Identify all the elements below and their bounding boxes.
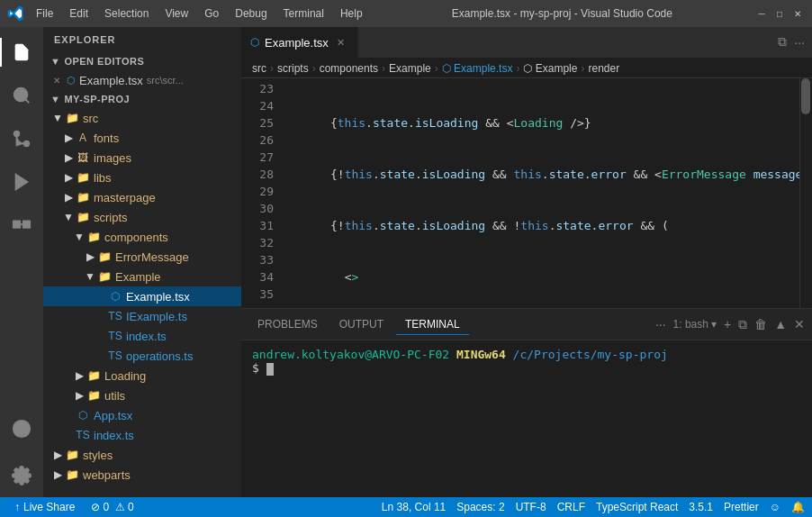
menu-go[interactable]: Go	[197, 5, 226, 22]
open-editor-item[interactable]: ✕ ⬡ Example.tsx src\scr...	[43, 70, 241, 90]
breadcrumb-example-tsx[interactable]: ⬡ Example.tsx	[442, 62, 513, 75]
tree-item-components[interactable]: ▼ 📁 components	[43, 227, 241, 247]
warning-num: 0	[128, 501, 134, 513]
menu-edit[interactable]: Edit	[62, 5, 95, 22]
language-mode[interactable]: TypeScript React	[596, 501, 678, 513]
breadcrumb-src[interactable]: src	[252, 62, 266, 75]
close-editor-icon[interactable]: ✕	[50, 76, 63, 86]
feedback-icon[interactable]: ☺	[770, 501, 780, 513]
menu-terminal[interactable]: Terminal	[276, 5, 331, 22]
main-area: Explorer ▼ Open Editors ✕ ⬡ Example.tsx …	[0, 27, 812, 497]
live-share-icon: ↑	[14, 501, 20, 513]
menu-view[interactable]: View	[158, 5, 195, 22]
minimize-button[interactable]: ─	[754, 6, 769, 21]
menu-selection[interactable]: Selection	[97, 5, 156, 22]
tree-item-app-tsx[interactable]: ⬡ App.tsx	[43, 405, 241, 425]
error-num: 0	[103, 501, 109, 513]
live-share-button[interactable]: ↑ Live Share	[7, 497, 82, 517]
tree-item-styles[interactable]: ▶ 📁 styles	[43, 445, 241, 465]
tree-item-errormessage[interactable]: ▶ 📁 ErrorMessage	[43, 247, 241, 267]
line-numbers: 23 24 25 26 27 28 29 30 31 32 33 34 35	[241, 78, 281, 308]
tree-item-scripts[interactable]: ▼ 📁 scripts	[43, 207, 241, 227]
tree-item-iexample-ts[interactable]: TS IExample.ts	[43, 306, 241, 326]
tree-item-libs[interactable]: ▶ 📁 libs	[43, 168, 241, 187]
tab-output[interactable]: OUTPUT	[330, 314, 392, 334]
close-terminal-button[interactable]: ✕	[794, 317, 805, 331]
tree-item-index-ts-root[interactable]: TS index.ts	[43, 425, 241, 445]
terminal-tab-bar: PROBLEMS OUTPUT TERMINAL ··· 1: bash ▾ +…	[241, 309, 812, 340]
ts-icon: TS	[108, 329, 122, 343]
tree-item-webparts[interactable]: ▶ 📁 webparts	[43, 465, 241, 485]
menu-file[interactable]: File	[29, 5, 60, 22]
add-terminal-button[interactable]: +	[724, 317, 731, 331]
tree-item-masterpage[interactable]: ▶ 📁 masterpage	[43, 187, 241, 207]
error-count[interactable]: ⊘ 0 ⚠ 0	[91, 501, 133, 513]
maximize-button[interactable]: □	[772, 6, 787, 21]
kill-terminal-button[interactable]: 🗑	[754, 317, 767, 331]
menu-debug[interactable]: Debug	[228, 5, 274, 22]
formatter[interactable]: Prettier	[724, 501, 759, 513]
tab-close-button[interactable]: ✕	[334, 37, 348, 49]
close-button[interactable]: ✕	[790, 6, 805, 21]
breadcrumb-sep4: ›	[435, 62, 438, 75]
breadcrumb-example-class[interactable]: ⬡ Example	[523, 62, 577, 75]
tree-item-src[interactable]: ▼ 📁 src	[43, 108, 241, 128]
more-actions-button[interactable]: ···	[794, 27, 805, 58]
tree-item-images[interactable]: ▶ 🖼 images	[43, 148, 241, 168]
terminal-more-icon[interactable]: ···	[655, 317, 666, 331]
gear-icon	[12, 466, 32, 485]
activity-git[interactable]	[0, 117, 43, 160]
folder-closed-arrow-icon: ▶	[61, 190, 76, 204]
maximize-terminal-button[interactable]: ▲	[774, 317, 787, 331]
project-section[interactable]: ▼ MY-SP-PROJ	[43, 90, 241, 108]
code-editor[interactable]: 23 24 25 26 27 28 29 30 31 32 33 34 35 {…	[241, 78, 812, 308]
editor-tab-example[interactable]: ⬡ Example.tsx ✕	[241, 27, 358, 58]
terminal-content[interactable]: andrew.koltyakov@ARVO-PC-F02 MINGw64 /c/…	[241, 340, 812, 497]
breadcrumb-render[interactable]: render	[588, 62, 619, 75]
activity-remote[interactable]	[0, 407, 43, 450]
no-arrow	[94, 349, 108, 363]
encoding[interactable]: UTF-8	[516, 501, 546, 513]
split-editor-button[interactable]: ⧉	[778, 27, 787, 58]
activity-extensions[interactable]	[0, 204, 43, 247]
tree-item-example-tsx[interactable]: ⬡ Example.tsx	[43, 286, 241, 306]
svg-point-3	[14, 132, 20, 137]
breadcrumb-components[interactable]: components	[320, 62, 378, 75]
menu-bar: File Edit Selection View Go Debug Termin…	[29, 5, 370, 22]
tree-item-utils[interactable]: ▶ 📁 utils	[43, 385, 241, 405]
menu-help[interactable]: Help	[333, 5, 370, 22]
tree-label-example-tsx: Example.tsx	[126, 290, 190, 304]
tree-label-fonts: fonts	[94, 132, 119, 145]
scrollbar-thumb[interactable]	[801, 78, 810, 114]
line-ending[interactable]: CRLF	[557, 501, 585, 513]
tree-item-fonts[interactable]: ▶ A fonts	[43, 128, 241, 148]
activity-bar	[0, 27, 43, 497]
tree-item-loading[interactable]: ▶ 📁 Loading	[43, 366, 241, 385]
terminal-select[interactable]: 1: bash ▾	[673, 318, 717, 331]
activity-debug[interactable]	[0, 160, 43, 204]
open-editors-section[interactable]: ▼ Open Editors	[43, 52, 241, 70]
tree-item-example-folder[interactable]: ▼ 📁 Example	[43, 267, 241, 286]
activity-search[interactable]	[0, 74, 43, 117]
tab-terminal[interactable]: TERMINAL	[396, 314, 469, 335]
terminal-mingw: MINGw64	[456, 348, 506, 361]
notification-bell[interactable]: 🔔	[791, 501, 805, 513]
indentation[interactable]: Spaces: 2	[456, 501, 504, 513]
tsx-icon: ⬡	[76, 408, 90, 422]
tree-label-masterpage: masterpage	[94, 191, 156, 204]
typescript-version[interactable]: 3.5.1	[689, 501, 713, 513]
tree-item-operations-ts[interactable]: TS operations.ts	[43, 346, 241, 366]
search-icon	[12, 86, 32, 105]
tree-item-index-ts[interactable]: TS index.ts	[43, 326, 241, 346]
activity-settings[interactable]	[0, 454, 43, 497]
activity-explorer[interactable]	[0, 31, 43, 74]
breadcrumb-scripts[interactable]: scripts	[277, 62, 309, 75]
files-icon	[12, 42, 32, 62]
tree-label-src: src	[83, 112, 98, 125]
breadcrumb-example-folder[interactable]: Example	[389, 62, 431, 75]
cursor-position[interactable]: Ln 38, Col 11	[382, 501, 446, 513]
terminal-cursor	[266, 363, 274, 376]
tab-problems[interactable]: PROBLEMS	[248, 314, 327, 334]
split-terminal-button[interactable]: ⧉	[738, 317, 747, 332]
code-content[interactable]: {this.state.isLoading && <Loading />} {!…	[281, 78, 812, 308]
